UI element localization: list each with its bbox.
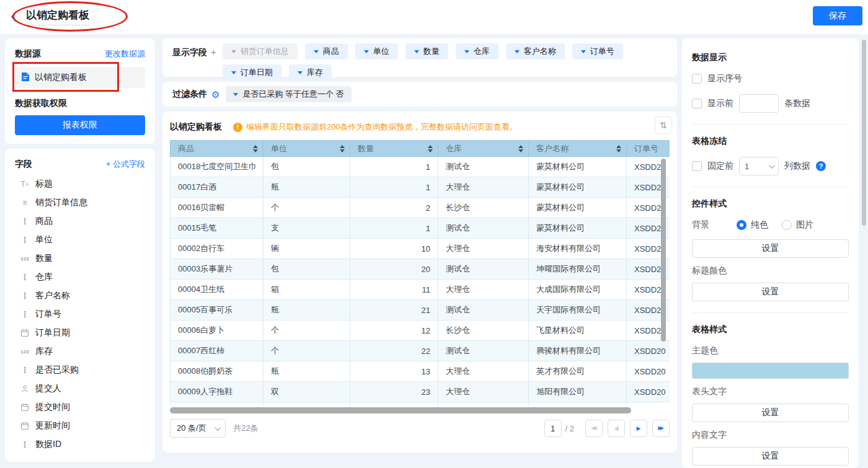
current-page-input[interactable]: 1 [544,420,562,437]
sort-order-icon[interactable]: ⇅ [655,117,672,134]
table-row[interactable]: 00017白酒瓶1大理仓蒙莫材料公司XSDD20 [170,177,670,198]
field-item[interactable]: 提交人 [15,379,145,398]
header-text-label: 表头文字 [692,386,849,397]
filter-card: 过滤条件 ⚙ 是否已采购 等于任意一个 否 [162,82,677,107]
table-cell: 天宇国际有限公司 [529,300,627,320]
table-row[interactable]: 00016贝雷帽个2长沙仓蒙莫材料公司XSDD20 [170,198,670,218]
theme-color-swatch[interactable] [692,363,849,379]
field-item[interactable]: I单位 [15,231,145,249]
table-row[interactable]: 00018七度空间卫生巾包1测试仓蒙莫材料公司XSDD20 [170,157,670,177]
field-item[interactable]: 提交时间 [15,398,145,417]
field-item[interactable]: I数据ID [15,435,145,454]
background-set-button[interactable]: 设置 [692,239,849,258]
fields-list: T≡标题≡销货订单信息I商品I单位123数量I仓库I客户名称I订单号订单日期12… [15,175,145,454]
content-text-set-button[interactable]: 设置 [692,447,849,466]
number-icon: 123 [20,256,30,262]
next-page-button[interactable]: ▶ [630,420,647,437]
field-chip-label: 仓库 [474,46,490,57]
field-item[interactable]: 更新时间 [15,417,145,435]
field-item[interactable]: I是否已采购 [15,361,145,379]
table-row[interactable]: 00009人字拖鞋双23大理仓旭阳有限公司XSDD20 [170,382,670,402]
table-cell: 测试仓 [438,259,529,280]
back-icon[interactable] [10,11,17,25]
column-header: 客户名称 [529,141,627,157]
filter-condition-chip[interactable]: 是否已采购 等于任意一个 否 [226,86,351,102]
table-cell: 大成国际有限公司 [529,280,627,300]
text-icon: I [20,291,30,301]
title-color-set-button[interactable]: 设置 [692,283,849,301]
table-cell: 长沙仓 [438,198,529,218]
page-size-select[interactable]: 20 条/页 [170,419,226,438]
table-cell: 大理仓 [438,382,529,402]
show-first-checkbox[interactable] [692,99,702,108]
field-chip[interactable]: 订单号 [572,43,623,60]
sort-arrows-icon[interactable] [340,145,345,152]
table-cell: 辆 [264,239,350,259]
field-item[interactable]: ≡销货订单信息 [15,193,145,212]
table-row[interactable]: 00003乐事薯片包20测试仓坤曜国际有限公司XSDD20 [170,259,670,280]
sort-arrows-icon[interactable] [428,145,433,152]
first-page-button[interactable]: ◀◀ [585,420,603,437]
table-cell: 1 [350,157,438,177]
table-cell: 长沙仓 [438,320,529,341]
background-image-option[interactable]: 图片 [782,219,813,231]
field-item[interactable]: I仓库 [15,268,145,286]
table-row[interactable]: 00008伯爵奶茶瓶13大理仓英才有限公司XSDD20 [170,361,670,382]
total-pages: / 2 [565,424,574,433]
table-row[interactable]: 00004卫生纸箱11大理仓大成国际有限公司XSDD20 [170,280,670,300]
field-item[interactable]: I商品 [15,212,145,231]
freeze-columns-checkbox[interactable] [692,161,702,171]
field-item[interactable]: 123库存 [15,342,145,361]
table-cell: 支 [264,218,350,239]
field-chip-label: 订单日期 [241,67,273,78]
field-chip[interactable]: 数量 [405,43,448,60]
window-scrollbar[interactable] [862,40,866,226]
chevron-down-icon [364,50,369,53]
prev-page-button[interactable]: ◀ [608,420,625,437]
header-text-set-button[interactable]: 设置 [692,404,849,422]
freeze-count-select[interactable]: 1 [739,157,779,175]
field-chip[interactable]: 商品 [305,43,348,60]
column-header: 数量 [350,141,438,157]
field-chip[interactable]: 销货订单信息 [223,43,298,60]
show-index-label: 显示序号 [707,73,742,84]
add-formula-field-link[interactable]: + 公式字段 [106,159,145,170]
report-permission-button[interactable]: 报表权限 [15,115,145,135]
datasource-item-label: 以销定购看板 [35,72,87,83]
table-row[interactable]: 00002自行车辆10大理仓海安材料有限公司XSDD20 [170,239,670,259]
gear-icon[interactable]: ⚙ [211,90,219,99]
table-row[interactable]: 00015毛笔支1测试仓蒙莫材料公司XSDD20 [170,218,670,239]
page-title[interactable]: 以销定购看板 [26,8,89,25]
field-chip[interactable]: 订单日期 [223,64,281,81]
table-vertical-scrollbar[interactable] [661,159,666,342]
table-row[interactable]: 00006白萝卜个12长沙仓飞星材料公司XSDD20 [170,320,670,341]
sort-arrows-icon[interactable] [518,145,523,152]
add-field-icon[interactable]: + [211,43,216,72]
field-item[interactable]: I客户名称 [15,286,145,305]
document-icon [21,72,30,84]
table-row[interactable]: 00005百事可乐瓶21测试仓天宇国际有限公司XSDD20 [170,300,670,320]
field-item[interactable]: I订单号 [15,305,145,324]
save-button[interactable]: 保存 [813,6,862,25]
field-chip[interactable]: 单位 [355,43,398,60]
field-item-label: 单位 [35,234,53,245]
field-chip[interactable]: 库存 [289,64,332,81]
sort-arrows-icon[interactable] [253,145,258,152]
field-item[interactable]: 123数量 [15,249,145,268]
change-datasource-link[interactable]: 更改数据源 [105,48,145,60]
table-row[interactable]: 00007西红柿个22测试仓腾骏材料有限公司XSDD20 [170,341,670,361]
table-horizontal-scrollbar[interactable] [170,407,670,413]
sort-arrows-icon[interactable] [616,145,621,152]
show-first-count-input[interactable] [739,94,779,113]
datasource-item[interactable]: 以销定购看板 [15,67,145,88]
field-chip[interactable]: 客户名称 [506,43,565,60]
field-item[interactable]: 订单日期 [15,324,145,342]
last-page-button[interactable]: ▶▶ [652,420,670,437]
help-icon[interactable]: ? [816,161,826,171]
field-chip[interactable]: 仓库 [456,43,498,60]
background-solid-option[interactable]: 纯色 [737,219,768,231]
settings-panel: 数据显示 显示序号 显示前 条数据 表格冻结 固定前 1 列数据 ? 控件样式 … [682,38,859,468]
field-item[interactable]: T≡标题 [15,175,145,193]
show-index-checkbox[interactable] [692,74,702,84]
table-cell: 测试仓 [438,341,529,361]
